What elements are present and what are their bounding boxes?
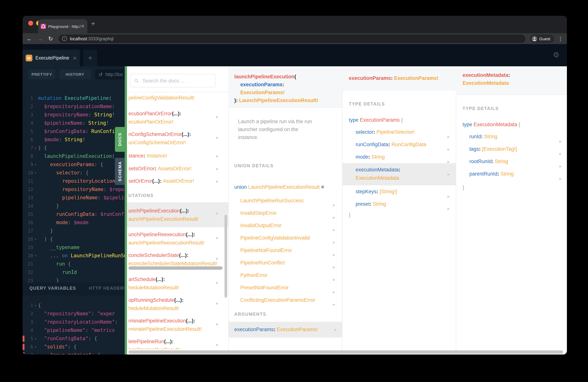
union-member-item[interactable]: LaunchPipelineRunSuccess▶ (240, 194, 342, 207)
menu-kebab-icon[interactable]: ⋮ (558, 36, 563, 42)
docs-side-tab[interactable]: DOCS (115, 127, 125, 152)
chevron-right-icon: ▶ (216, 115, 218, 119)
address-bar[interactable]: i localhost:3333/graphql (58, 35, 525, 43)
docs-field-row[interactable]: stepKeys: [String!]▶ (342, 185, 456, 198)
docs-list-item[interactable]: letePipelineRun(...):letePipelineRunResu… (128, 338, 228, 349)
http-headers-tab[interactable]: HTTP HEADERS (89, 286, 125, 291)
fold-arrow-icon[interactable]: ▾ (33, 252, 38, 260)
query-variables-tab[interactable]: QUERY VARIABLES (29, 286, 76, 291)
docs-list-item[interactable]: artSchedule(...):heduleMutationResult!▶ (128, 276, 228, 292)
union-member-item[interactable]: PipelineConfigValidationInvalid▶ (240, 232, 342, 244)
docs-search-area: Search the docs ... (127, 66, 228, 92)
docs-column-field: launchPipelineExecution(executionParams:… (228, 66, 342, 349)
chevron-right-icon: ▶ (216, 281, 218, 284)
endpoint-reload-icon[interactable]: ↺ (98, 71, 103, 77)
fold-arrow-icon[interactable]: ▾ (33, 144, 38, 152)
docs-column-metadata: executionMetadata:ExecutionMetadata TYPE… (456, 66, 567, 349)
union-member-item[interactable]: ConflictingExecutionParamsError▶ (240, 294, 342, 306)
code-line: 1mutation ExecutePipeline( (22, 94, 125, 103)
docs-search-input[interactable]: Search the docs ... (130, 74, 215, 87)
code-line: 5▾"runConfigData": { (22, 335, 125, 343)
browser-tabstrip: Playground - http://localhost:3 ✕ + (22, 16, 567, 33)
graphql-favicon (41, 23, 46, 29)
docs-list-item[interactable]: concileSchedulerState(...):econcileSched… (128, 251, 228, 268)
fold-arrow-icon[interactable]: ▾ (33, 301, 38, 310)
chevron-right-icon: ▶ (447, 172, 450, 176)
fold-arrow-icon[interactable]: ▾ (33, 351, 38, 355)
union-member-item[interactable]: PythonError▶ (240, 269, 342, 281)
docs-list-item[interactable]: unchPipelineReexecution(...):aunchPipeli… (128, 231, 228, 247)
schema-side-tab[interactable]: SCHEMA (115, 158, 125, 185)
docs-horizontal-scrollbar[interactable] (128, 350, 563, 354)
fold-arrow-icon[interactable]: ▾ (33, 161, 38, 169)
playground-tab-title: ExecutePipeline (35, 55, 70, 61)
variables-header: QUERY VARIABLES HTTP HEADERS (22, 282, 125, 295)
chevron-right-icon: ▶ (559, 172, 562, 185)
endpoint-input[interactable]: ↺ http://loc (95, 69, 125, 80)
playground-new-tab-button[interactable]: + (83, 50, 97, 66)
chevron-right-icon: ▶ (216, 212, 218, 215)
list-horizontal-scrollbar[interactable] (128, 266, 223, 270)
docs-list-item[interactable]: setOrError(...): AssetOrError!▶ (128, 177, 228, 185)
docs-resize-handle[interactable] (125, 66, 127, 355)
code-line: 14} (22, 202, 125, 210)
docs-field-row-selected[interactable]: executionMetadata:ExecutionMetadata▶ (342, 163, 456, 185)
query-editor[interactable]: 1mutation ExecutePipeline(2$repositoryLo… (22, 94, 125, 285)
fold-arrow-icon[interactable]: ▾ (33, 335, 38, 343)
chevron-right-icon: ▶ (447, 203, 450, 215)
docs-field-row[interactable]: tags: [ExecutionTag!]▶ (456, 143, 567, 155)
fold-arrow-icon[interactable]: ▾ (33, 343, 38, 351)
playground-tab-close-icon[interactable]: ✕ (73, 55, 77, 61)
close-window-button[interactable] (28, 21, 33, 26)
union-member-item[interactable]: InvalidStepError▶ (240, 207, 342, 219)
tab-close-icon[interactable]: ✕ (81, 24, 85, 29)
variables-editor[interactable]: 1▾{2"repositoryName": "exper3"repository… (22, 301, 125, 355)
type-details-label: TYPE DETAILS (462, 106, 499, 111)
new-tab-button[interactable]: + (91, 20, 95, 27)
fold-arrow-icon[interactable]: ▾ (33, 169, 38, 177)
docs-list-item[interactable]: pelineConfigValidationResult! (128, 94, 228, 102)
fold-arrow-icon[interactable]: ▾ (33, 235, 38, 243)
docs-field-row[interactable]: runConfigData: RunConfigData▶ (342, 138, 456, 151)
docs-list-item[interactable]: opRunningSchedule(...):heduleMutationRes… (128, 296, 228, 313)
settings-gear-icon[interactable]: ⚙ (553, 50, 559, 60)
docs-field-row[interactable]: runId: String▶ (456, 130, 567, 143)
union-member-item[interactable]: PipelineNotFoundError▶ (240, 244, 342, 256)
site-info-icon[interactable]: i (62, 36, 67, 41)
docs-list-item[interactable]: unchPipelineExecution(...):aunchPipeline… (127, 202, 228, 227)
docs-field-row[interactable]: preset: String▶ (342, 198, 456, 210)
reload-icon[interactable]: ↻ (48, 36, 53, 42)
docs-list-item[interactable]: setsOrError: AssetsOrError!▶ (128, 165, 228, 173)
docs-field-row[interactable]: parentRunId: String▶ (456, 168, 567, 180)
docs-list-item[interactable]: nConfigSchemaOrError(...):unConfigSchema… (128, 130, 228, 147)
browser-window: Playground - http://localhost:3 ✕ + ← → … (22, 16, 567, 355)
code-line: 10▾selector: { (22, 169, 125, 177)
union-member-item[interactable]: InvalidOutputError▶ (240, 219, 342, 232)
docs-field-row[interactable]: rootRunId: String▶ (456, 155, 567, 168)
code-line: 6▾"solids": { (22, 343, 125, 351)
docs-list-item[interactable]: stance: Instance!▶ (128, 152, 228, 160)
type-declaration: type ExecutionParams { (349, 116, 403, 124)
chevron-right-icon: ▶ (333, 298, 335, 311)
docs-list-item[interactable]: rminatePipelineExecution(...):rminatePip… (128, 317, 228, 333)
code-line: 8launchPipelineExecution( (22, 152, 125, 161)
docs-field-row[interactable]: mode: String▶ (342, 151, 456, 163)
docs-field-row[interactable]: selector: PipelineSelector!▶ (342, 126, 456, 138)
docs-vertical-scrollbar[interactable] (225, 215, 227, 297)
prettify-button[interactable]: PRETTIFY (28, 69, 55, 80)
playground-tab[interactable]: M ExecutePipeline ✕ (22, 50, 80, 66)
argument-row[interactable]: executionParams: ExecutionParams! ▶ (228, 322, 342, 338)
mutations-label: UTATIONS (128, 193, 153, 198)
variables-editor-lines: 1▾{2"repositoryName": "exper3"repository… (22, 301, 125, 355)
error-marker (22, 352, 24, 355)
profile-button[interactable]: Guest (530, 35, 554, 43)
browser-tab[interactable]: Playground - http://localhost:3 ✕ (38, 19, 87, 33)
history-button[interactable]: HISTORY (59, 69, 91, 80)
code-line: 3$repositoryName: String! (22, 111, 125, 119)
chevron-right-icon: ▶ (216, 322, 218, 326)
union-member-item[interactable]: PresetNotFoundError▶ (240, 281, 342, 294)
back-icon[interactable]: ← (26, 36, 32, 42)
docs-list-item[interactable]: ecutionPlanOrError(...):ecutionPlanOrErr… (128, 110, 228, 126)
forward-icon[interactable]: → (37, 36, 43, 42)
union-member-item[interactable]: PipelineRunConflict▶ (240, 256, 342, 269)
